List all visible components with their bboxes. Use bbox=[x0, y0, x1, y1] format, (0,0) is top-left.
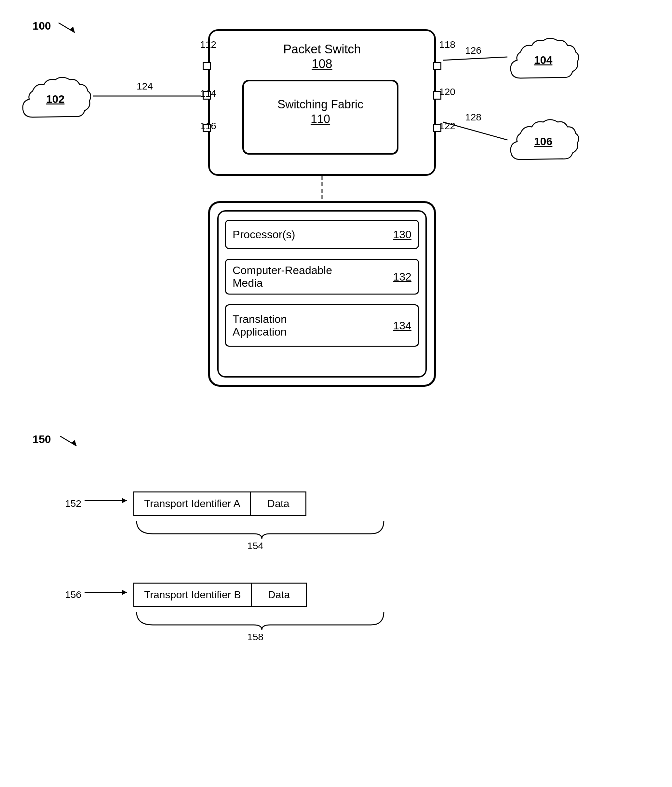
packet-156-frame: Transport Identifier B Data bbox=[133, 583, 307, 607]
translation-ref: 134 bbox=[393, 319, 412, 332]
figure2-label: 150 bbox=[33, 433, 51, 446]
connection-lines-svg: 124 126 128 bbox=[0, 0, 672, 202]
packet-156-data: Data bbox=[252, 583, 306, 606]
packet-156-id: Transport Identifier B bbox=[134, 583, 252, 606]
media-box: Computer-Readable Media 132 bbox=[225, 259, 419, 295]
brace-158-label: 158 bbox=[247, 631, 263, 643]
svg-text:124: 124 bbox=[137, 81, 153, 92]
ref-156: 156 bbox=[65, 589, 81, 600]
svg-marker-10 bbox=[71, 440, 76, 446]
brace-154-svg bbox=[133, 517, 387, 544]
processors-ref: 130 bbox=[393, 228, 412, 241]
media-label: Computer-Readable Media bbox=[233, 264, 332, 289]
packet-152-frame: Transport Identifier A Data bbox=[133, 491, 306, 516]
svg-line-4 bbox=[443, 57, 507, 60]
diagram-container: 100 102 104 106 Packet Switch 108 Switch… bbox=[0, 0, 672, 787]
packet-152-id: Transport Identifier A bbox=[134, 492, 251, 515]
svg-marker-12 bbox=[122, 498, 127, 503]
svg-marker-14 bbox=[122, 590, 127, 595]
packet-152-data: Data bbox=[251, 492, 306, 515]
ref-152: 152 bbox=[65, 498, 81, 509]
translation-box: Translation Application 134 bbox=[225, 304, 419, 347]
controller-outer-box: Processor(s) 130 Computer-Readable Media… bbox=[208, 201, 436, 387]
arrow-152-icon bbox=[81, 494, 133, 507]
processors-label: Processor(s) bbox=[233, 228, 295, 241]
svg-text:128: 128 bbox=[465, 112, 481, 122]
brace-154-label: 154 bbox=[247, 540, 263, 552]
processors-box: Processor(s) 130 bbox=[225, 220, 419, 249]
svg-line-6 bbox=[443, 122, 507, 140]
media-ref: 132 bbox=[393, 270, 412, 283]
brace-158-svg bbox=[133, 608, 387, 635]
figure2-arrow-icon bbox=[57, 433, 83, 449]
translation-label: Translation Application bbox=[233, 313, 287, 338]
arrow-156-icon bbox=[81, 586, 133, 599]
controller-inner-box: Processor(s) 130 Computer-Readable Media… bbox=[217, 210, 427, 378]
svg-text:126: 126 bbox=[465, 45, 481, 56]
